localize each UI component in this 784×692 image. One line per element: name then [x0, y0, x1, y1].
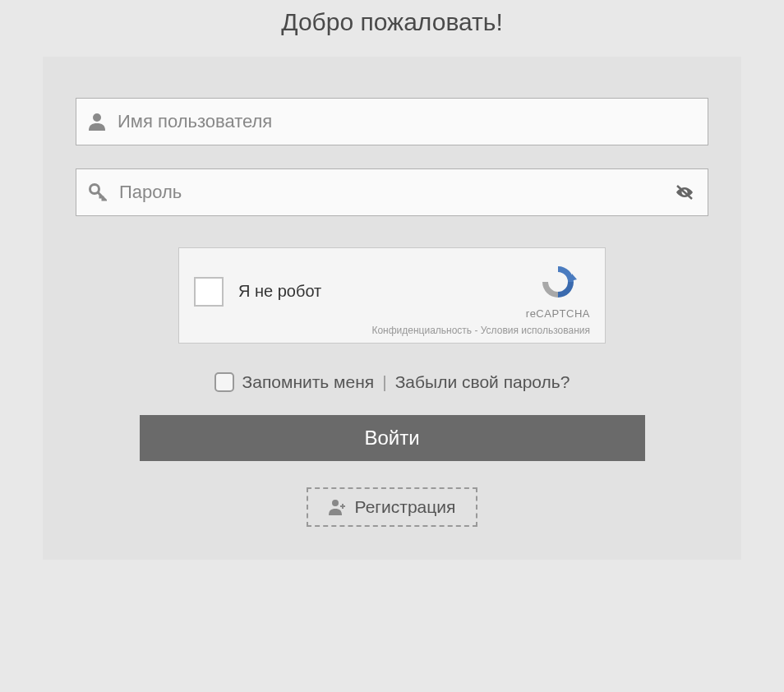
recaptcha-logo-icon: [539, 263, 577, 304]
register-button[interactable]: Регистрация: [307, 487, 478, 527]
svg-point-4: [332, 500, 339, 506]
user-plus-icon: [329, 499, 347, 515]
options-divider: |: [382, 372, 386, 392]
login-card: Я не робот reCAPTCHA Конфиденциальность …: [43, 57, 741, 560]
key-icon: [89, 183, 107, 201]
eye-off-icon[interactable]: [674, 184, 695, 201]
recaptcha-privacy-link[interactable]: Конфиденциальность: [371, 325, 472, 336]
remember-label: Запомнить меня: [242, 372, 375, 392]
recaptcha-label: Я не робот: [238, 282, 321, 301]
forgot-password-link[interactable]: Забыли свой пароль?: [395, 372, 570, 392]
recaptcha-checkbox[interactable]: [194, 277, 224, 307]
register-label: Регистрация: [355, 497, 456, 517]
password-group: [76, 168, 708, 216]
recaptcha-terms-link[interactable]: Условия использования: [481, 325, 590, 336]
recaptcha-widget: Я не робот reCAPTCHA Конфиденциальность …: [178, 247, 606, 344]
username-input[interactable]: [118, 99, 695, 145]
options-row: Запомнить меня | Забыли свой пароль?: [214, 372, 570, 392]
svg-point-0: [93, 113, 101, 122]
user-icon: [89, 113, 105, 131]
remember-checkbox[interactable]: [214, 372, 234, 392]
recaptcha-links: Конфиденциальность - Условия использован…: [194, 325, 590, 336]
username-group: [76, 98, 708, 145]
login-button[interactable]: Войти: [140, 415, 645, 461]
page-title: Добро пожаловать!: [281, 8, 502, 36]
password-input[interactable]: [119, 169, 674, 215]
recaptcha-brand: reCAPTCHA: [526, 307, 590, 320]
